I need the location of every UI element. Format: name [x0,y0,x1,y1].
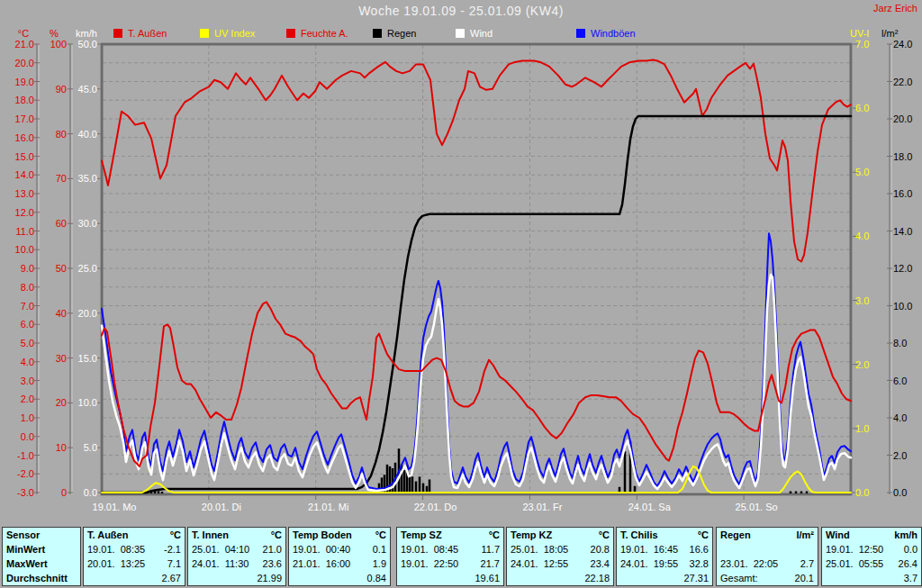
table-row: 23.01. 22:052.7 [717,556,818,571]
axis-label-hum: 40 [56,308,67,319]
axis-label-rain: 4.0 [893,412,907,423]
legend-item-wind: Wind [456,28,493,39]
legend-swatch-icon [286,29,295,38]
table-cell: 24.01. 19:55 [620,556,678,571]
legend-label: Windböen [591,28,636,39]
axis-label-temp: 4.0 [21,357,34,367]
table-cell: 25.01. 18:05 [511,542,568,556]
table-cell: l/m² [796,528,814,542]
rain-bar [790,492,792,493]
table-row: Gesamt:20.1 [717,571,818,585]
axis-label-temp: 0.0 [21,431,34,442]
axis-label-wind: 40.0 [78,129,97,140]
table-cell: 19.01. 08:35 [87,542,145,556]
table-cell: 19.01. 22:50 [401,556,458,571]
axis-label-temp: 15.0 [15,151,34,162]
table-cell: Gesamt: [720,571,758,585]
chart-legend: T. AußenUV IndexFeuchte A.RegenWindWindb… [0,28,922,42]
table-row: 20.01. 13:257.1 [84,556,185,571]
table-cell: 21.0 [263,542,282,556]
x-axis-day-label: 24.01. Sa [628,502,672,512]
rain-bar [411,476,414,493]
axis-label-temp: -2.0 [17,468,34,479]
axis-label-temp: 1.0 [21,412,34,423]
plot-frame-highlight [101,43,852,495]
rain-bar [419,476,421,493]
table-cell: 24.01. 11:30 [192,556,249,571]
series-t-au-en [102,302,851,466]
axis-label-hum: 80 [56,129,67,140]
table-row: Temp Boden°C [289,528,390,542]
axis-label-wind: 45.0 [78,84,97,95]
axis-label-uv: 0.0 [855,487,869,498]
table-cell: 1.9 [373,556,386,571]
x-axis-day-label: 20.01. Di [202,502,241,512]
table-cell: 24.01. 12:55 [511,556,568,571]
axis-label-wind: 20.0 [78,308,97,319]
table-cell: Wind [826,528,850,542]
table-column-temp-boden: Temp Boden°C19.01. 00:400.121.01. 16:001… [288,527,391,586]
table-cell: 27.31 [683,571,709,585]
table-row: 19.01. 12:500.0 [822,542,921,556]
axis-label-temp: 10.0 [15,244,34,255]
table-cell: Regen [720,528,751,542]
axis-label-temp: 16.0 [15,132,34,143]
table-row: MinWert [3,542,80,556]
table-cell: °C [599,528,610,542]
rain-bar [158,491,160,493]
table-cell: 23.6 [263,556,282,571]
axis-label-uv: 5.0 [855,167,869,177]
table-cell: Temp KZ [511,528,552,542]
table-cell: 19.01. 12:50 [826,542,883,556]
axis-label-temp: 2.0 [21,394,34,404]
axis-label-temp: 5.0 [21,338,34,348]
axis-label-wind: 30.0 [78,218,97,229]
table-cell: 3.7 [904,571,917,585]
x-axis-day-label: 25.01. So [736,502,778,512]
axis-label-rain: 18.0 [893,151,912,162]
table-cell: 19.01. 16:45 [620,542,678,556]
x-axis-day-label: 19.01. Mo [93,502,137,512]
table-cell: 2.67 [162,571,181,585]
table-row: 3.7 [822,571,921,585]
table-column-t-chilis: T. Chilis°C19.01. 16:4516.624.01. 19:553… [616,527,713,586]
axis-label-rain: 20.0 [893,113,912,124]
table-cell: 21.7 [481,556,500,571]
axis-label-rain: 16.0 [893,188,912,199]
axis-label-temp: 7.0 [21,301,34,312]
table-row: Temp KZ°C [507,528,613,542]
x-axis-day-label: 21.01. Mi [308,502,348,512]
axis-label-rain: 2.0 [893,450,907,461]
table-row: MaxWert [3,556,80,571]
table-cell: 19.61 [475,571,500,585]
table-row [717,542,818,556]
axis-label-wind: 35.0 [78,173,97,184]
table-cell: 25.01. 04:10 [192,542,249,556]
table-row: 21.99 [188,571,285,585]
x-axis-day-label: 22.01. Do [414,502,457,512]
table-cell: °C [698,528,709,542]
axis-label-temp: 9.0 [21,263,34,274]
table-row: Windkm/h [822,528,921,542]
series-windb-en [102,233,851,489]
axis-label-hum: 50 [56,263,67,274]
table-row: T. Chilis°C [617,528,712,542]
legend-swatch-icon [113,29,122,38]
table-cell: °C [489,528,500,542]
legend-label: Regen [387,28,416,39]
table-cell: 0.1 [373,542,386,556]
legend-item-windb-en: Windböen [576,28,636,39]
axis-label-wind: 5.0 [84,442,97,453]
table-cell: 21.01. 16:00 [293,556,350,571]
table-cell: °C [170,528,181,542]
rain-bar [806,492,809,493]
table-cell: 20.1 [795,571,814,585]
table-cell: 23.4 [591,556,610,571]
legend-item-feuchte-a-: Feuchte A. [286,28,348,39]
table-cell: 0.0 [904,542,917,556]
table-row: 19.01. 22:5021.7 [397,556,503,571]
rain-bar [161,492,164,493]
axis-label-uv: 1.0 [855,423,869,434]
table-cell: T. Innen [192,528,229,542]
legend-label: T. Außen [128,28,167,39]
